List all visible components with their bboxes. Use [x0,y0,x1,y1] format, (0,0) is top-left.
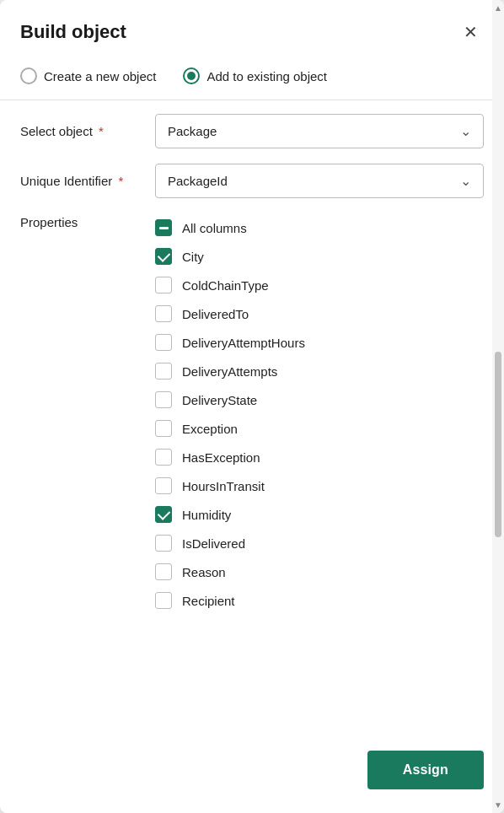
property-hasexception-label: HasException [182,450,260,465]
property-recipient-label: Recipient [182,594,235,608]
close-button[interactable]: ✕ [457,19,484,46]
property-coldchaintype-label: ColdChainType [182,278,269,293]
assign-button[interactable]: Assign [367,751,484,789]
property-deliveredto-row[interactable]: DeliveredTo [155,299,484,328]
property-deliveryattempts-label: DeliveryAttempts [182,364,277,379]
property-humidity-row[interactable]: Humidity [155,500,484,529]
property-deliveredto-label: DeliveredTo [182,307,249,321]
radio-existing-label: Add to existing object [206,69,327,83]
required-star-object: * [95,124,104,138]
property-reason-checkbox[interactable] [155,563,172,580]
unique-identifier-label: Unique Identifier * [20,174,155,188]
property-hoursintransit-label: HoursInTransit [182,479,265,493]
property-city-label: City [182,250,204,264]
property-reason-label: Reason [182,565,226,579]
property-hasexception-checkbox[interactable] [155,449,172,466]
radio-circle-create [20,67,37,84]
property-deliveredto-checkbox[interactable] [155,305,172,322]
properties-row: Properties All columns City ColdChainTyp… [20,213,484,615]
property-exception-checkbox[interactable] [155,420,172,437]
property-deliveryattempthours-row[interactable]: DeliveryAttemptHours [155,328,484,357]
property-hoursintransit-checkbox[interactable] [155,477,172,494]
all-columns-label: All columns [182,221,247,235]
scrollbar: ▲ ▼ [492,0,504,813]
footer: Assign [0,737,504,813]
close-icon: ✕ [464,22,478,42]
property-deliverystate-checkbox[interactable] [155,391,172,408]
property-city-row[interactable]: City [155,242,484,271]
select-object-label: Select object * [20,124,155,138]
select-object-dropdown[interactable]: Package ⌄ [155,114,484,148]
build-object-dialog: Build object ✕ Create a new object Add t… [0,0,504,813]
property-hoursintransit-row[interactable]: HoursInTransit [155,471,484,500]
property-humidity-label: Humidity [182,508,231,522]
property-deliverystate-row[interactable]: DeliveryState [155,385,484,414]
dialog-header: Build object ✕ [0,0,504,59]
radio-create-label: Create a new object [44,69,156,83]
scroll-thumb[interactable] [495,352,501,537]
form-section: Select object * Package ⌄ Unique Identif… [0,114,504,737]
required-star-uid: * [115,174,123,188]
unique-identifier-dropdown[interactable]: PackageId ⌄ [155,164,484,198]
divider [0,100,504,100]
property-deliveryattempts-row[interactable]: DeliveryAttempts [155,357,484,385]
property-coldchaintype-row[interactable]: ColdChainType [155,271,484,299]
unique-identifier-value: PackageId [168,174,228,188]
property-isdelivered-label: IsDelivered [182,536,245,551]
assign-label: Assign [403,762,448,777]
select-object-value: Package [168,124,217,138]
chevron-down-icon: ⌄ [460,123,471,139]
all-columns-checkbox[interactable] [155,219,172,236]
property-deliveryattempthours-checkbox[interactable] [155,334,172,351]
select-object-row: Select object * Package ⌄ [20,114,484,148]
radio-circle-existing [183,67,200,84]
property-coldchaintype-checkbox[interactable] [155,277,172,293]
chevron-down-uid-icon: ⌄ [460,173,471,189]
property-hasexception-row[interactable]: HasException [155,443,484,471]
property-isdelivered-row[interactable]: IsDelivered [155,529,484,557]
all-columns-row[interactable]: All columns [155,213,484,242]
property-city-checkbox[interactable] [155,248,172,265]
property-exception-row[interactable]: Exception [155,414,484,443]
radio-add-existing[interactable]: Add to existing object [183,67,327,84]
radio-create-new[interactable]: Create a new object [20,67,156,84]
unique-identifier-row: Unique Identifier * PackageId ⌄ [20,164,484,198]
property-humidity-checkbox[interactable] [155,506,172,523]
checkboxes-column: All columns City ColdChainType Delivered… [155,213,484,615]
scroll-down-icon: ▼ [494,800,502,810]
dialog-title: Build object [20,21,126,43]
property-deliveryattempthours-label: DeliveryAttemptHours [182,336,305,350]
scroll-up-icon: ▲ [494,3,502,13]
radio-group: Create a new object Add to existing obje… [0,59,504,100]
property-exception-label: Exception [182,422,238,436]
property-deliverystate-label: DeliveryState [182,393,257,407]
property-recipient-row[interactable]: Recipient [155,586,484,615]
property-reason-row[interactable]: Reason [155,557,484,586]
property-recipient-checkbox[interactable] [155,592,172,609]
property-isdelivered-checkbox[interactable] [155,535,172,552]
property-deliveryattempts-checkbox[interactable] [155,363,172,380]
properties-label: Properties [20,213,155,229]
